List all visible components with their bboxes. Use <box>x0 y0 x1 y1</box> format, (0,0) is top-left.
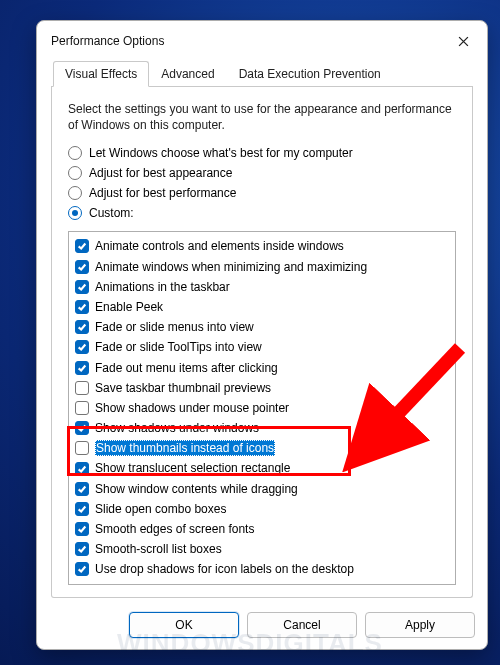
button-bar: OK Cancel Apply <box>37 602 487 650</box>
checkbox[interactable] <box>75 340 89 354</box>
checkbox-label: Show shadows under windows <box>95 420 259 436</box>
checkbox-row[interactable]: Animate controls and elements inside win… <box>71 236 453 256</box>
radio-option[interactable]: Let Windows choose what's best for my co… <box>68 143 456 163</box>
radio-button[interactable] <box>68 206 82 220</box>
close-icon <box>458 36 469 47</box>
radio-label: Adjust for best appearance <box>89 166 232 180</box>
checkbox-row[interactable]: Use drop shadows for icon labels on the … <box>71 559 453 579</box>
tab-strip: Visual EffectsAdvancedData Execution Pre… <box>51 61 473 87</box>
checkbox-row[interactable]: Show shadows under windows <box>71 418 453 438</box>
radio-button[interactable] <box>68 186 82 200</box>
apply-button[interactable]: Apply <box>365 612 475 638</box>
checkbox-label: Smooth-scroll list boxes <box>95 541 222 557</box>
titlebar: Performance Options <box>37 21 487 57</box>
visual-effects-panel: Select the settings you want to use for … <box>51 87 473 598</box>
radio-option[interactable]: Adjust for best appearance <box>68 163 456 183</box>
checkbox-row[interactable]: Animate windows when minimizing and maxi… <box>71 257 453 277</box>
radio-group: Let Windows choose what's best for my co… <box>68 143 456 223</box>
checkbox[interactable] <box>75 522 89 536</box>
checkbox[interactable] <box>75 502 89 516</box>
checkbox-row[interactable]: Slide open combo boxes <box>71 499 453 519</box>
panel-description: Select the settings you want to use for … <box>68 101 456 133</box>
checkbox[interactable] <box>75 280 89 294</box>
checkbox-row[interactable]: Save taskbar thumbnail previews <box>71 378 453 398</box>
checkbox-label: Animations in the taskbar <box>95 279 230 295</box>
checkbox-row[interactable]: Show translucent selection rectangle <box>71 458 453 478</box>
tab-data-execution-prevention[interactable]: Data Execution Prevention <box>227 61 393 86</box>
checkbox-row[interactable]: Smooth edges of screen fonts <box>71 519 453 539</box>
checkbox[interactable] <box>75 421 89 435</box>
checkbox[interactable] <box>75 441 89 455</box>
checkbox-row[interactable]: Show window contents while dragging <box>71 479 453 499</box>
ok-button[interactable]: OK <box>129 612 239 638</box>
performance-options-window: Performance Options Visual EffectsAdvanc… <box>36 20 488 650</box>
checkbox-row[interactable]: Fade or slide menus into view <box>71 317 453 337</box>
checkbox-label: Animate controls and elements inside win… <box>95 238 344 254</box>
checkbox-label: Show window contents while dragging <box>95 481 298 497</box>
checkbox[interactable] <box>75 239 89 253</box>
radio-label: Adjust for best performance <box>89 186 236 200</box>
checkbox[interactable] <box>75 542 89 556</box>
checkbox[interactable] <box>75 300 89 314</box>
checkbox-row[interactable]: Fade out menu items after clicking <box>71 358 453 378</box>
checkbox-label: Smooth edges of screen fonts <box>95 521 254 537</box>
checkbox-row[interactable]: Fade or slide ToolTips into view <box>71 337 453 357</box>
radio-label: Let Windows choose what's best for my co… <box>89 146 353 160</box>
checkbox[interactable] <box>75 482 89 496</box>
radio-button[interactable] <box>68 146 82 160</box>
checkbox[interactable] <box>75 361 89 375</box>
checkbox[interactable] <box>75 562 89 576</box>
checkbox-row[interactable]: Animations in the taskbar <box>71 277 453 297</box>
checkbox-label: Enable Peek <box>95 299 163 315</box>
radio-option[interactable]: Adjust for best performance <box>68 183 456 203</box>
window-content: Visual EffectsAdvancedData Execution Pre… <box>37 57 487 602</box>
checkbox-row[interactable]: Show thumbnails instead of icons <box>71 438 453 458</box>
checkbox-label: Show translucent selection rectangle <box>95 460 290 476</box>
checkbox-label: Animate windows when minimizing and maxi… <box>95 259 367 275</box>
tab-advanced[interactable]: Advanced <box>149 61 226 86</box>
window-title: Performance Options <box>51 34 164 48</box>
radio-button[interactable] <box>68 166 82 180</box>
radio-option[interactable]: Custom: <box>68 203 456 223</box>
checkbox-row[interactable]: Smooth-scroll list boxes <box>71 539 453 559</box>
checkbox-label: Fade or slide menus into view <box>95 319 254 335</box>
checkbox-label: Use drop shadows for icon labels on the … <box>95 561 354 577</box>
checkbox[interactable] <box>75 320 89 334</box>
tab-visual-effects[interactable]: Visual Effects <box>53 61 149 87</box>
checkbox-label: Save taskbar thumbnail previews <box>95 380 271 396</box>
checkbox-label: Fade out menu items after clicking <box>95 360 278 376</box>
checkbox-row[interactable]: Enable Peek <box>71 297 453 317</box>
checkbox[interactable] <box>75 401 89 415</box>
cancel-button[interactable]: Cancel <box>247 612 357 638</box>
checkbox[interactable] <box>75 462 89 476</box>
checkbox-label: Show thumbnails instead of icons <box>95 440 275 456</box>
checkbox[interactable] <box>75 260 89 274</box>
checkbox-label: Show shadows under mouse pointer <box>95 400 289 416</box>
checkbox-row[interactable]: Show shadows under mouse pointer <box>71 398 453 418</box>
checkbox-label: Fade or slide ToolTips into view <box>95 339 262 355</box>
close-button[interactable] <box>449 29 477 53</box>
radio-label: Custom: <box>89 206 134 220</box>
checkbox[interactable] <box>75 381 89 395</box>
visual-effects-listbox[interactable]: Animate controls and elements inside win… <box>68 231 456 584</box>
checkbox-label: Slide open combo boxes <box>95 501 226 517</box>
